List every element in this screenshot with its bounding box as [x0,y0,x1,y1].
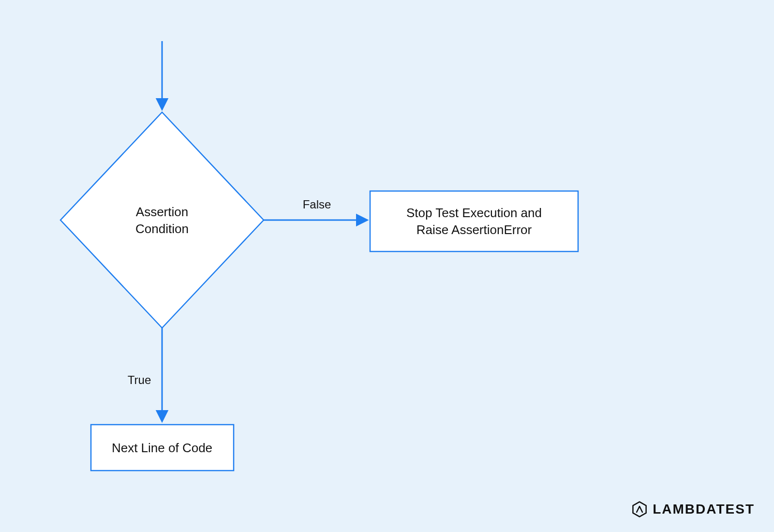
svg-rect-1 [370,191,578,251]
false-target-text-line2: Raise AssertionError [417,222,532,237]
brand-text: LAMBDATEST [653,502,755,517]
svg-marker-0 [60,112,264,328]
flowchart-svg: Assertion Condition False Stop Test Exec… [0,0,774,532]
diagram-canvas: Assertion Condition False Stop Test Exec… [0,0,774,532]
true-target-node: Next Line of Code [91,425,234,471]
true-target-text: Next Line of Code [112,441,212,455]
brand-logo: LAMBDATEST [631,501,755,517]
edge-true-label: True [128,373,151,386]
false-target-text-line1: Stop Test Execution and [406,206,542,220]
decision-node: Assertion Condition [60,112,264,328]
false-target-node: Stop Test Execution and Raise AssertionE… [370,191,578,251]
lambdatest-icon [631,501,648,517]
edge-false-label: False [303,198,331,211]
decision-text-line1: Assertion [136,205,188,219]
svg-marker-3 [633,502,646,517]
decision-text-line2: Condition [135,222,189,236]
